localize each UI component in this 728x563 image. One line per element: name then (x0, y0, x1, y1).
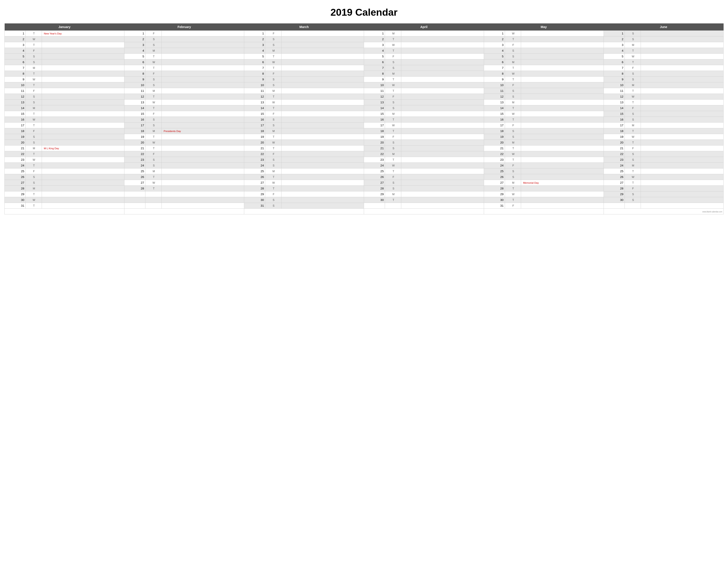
day-num-may-2: 2 (484, 36, 505, 42)
day-num-january-6: 6 (5, 59, 26, 65)
day-num-march-24: 24 (244, 163, 265, 168)
day-letter-june-25: T (625, 168, 641, 174)
event-cell-march-31 (281, 203, 364, 209)
event-cell-march-5 (281, 54, 364, 59)
event-cell-january-17 (42, 122, 124, 128)
event-cell-june-19 (641, 134, 724, 140)
footer-website: www.blank-calendar.com (604, 209, 723, 214)
day-num-march-12: 12 (244, 94, 265, 100)
event-cell-june-25 (641, 168, 724, 174)
day-letter-january-5: S (26, 54, 42, 59)
empty-day-letter (145, 203, 162, 209)
event-cell-april-7 (401, 65, 484, 71)
event-cell-january-25 (42, 168, 124, 174)
event-cell-february-22 (161, 151, 244, 157)
table-row: 3T3S3S3W3F3M (5, 42, 724, 48)
day-letter-january-11: F (26, 88, 42, 94)
event-cell-june-4 (641, 48, 724, 54)
day-num-april-30: 30 (364, 197, 385, 203)
day-num-january-9: 9 (5, 77, 26, 82)
day-num-april-28: 28 (364, 186, 385, 191)
day-letter-february-9: S (145, 77, 162, 82)
event-cell-may-17 (521, 122, 604, 128)
event-cell-may-12 (521, 94, 604, 100)
day-num-february-28: 28 (124, 186, 145, 191)
day-letter-march-27: W (265, 180, 281, 186)
event-cell-june-26 (641, 174, 724, 180)
event-cell-january-27 (42, 180, 124, 186)
day-num-january-14: 14 (5, 105, 26, 111)
day-letter-june-14: F (625, 105, 641, 111)
day-letter-march-1: F (265, 31, 281, 36)
day-num-february-25: 25 (124, 168, 145, 174)
event-cell-january-22 (42, 151, 124, 157)
day-letter-april-15: M (385, 111, 401, 117)
day-num-june-12: 12 (604, 94, 625, 100)
day-num-may-21: 21 (484, 145, 505, 151)
day-letter-may-13: M (505, 100, 521, 105)
day-letter-may-29: W (505, 191, 521, 197)
event-cell-january-5 (42, 54, 124, 59)
day-letter-may-28: T (505, 186, 521, 191)
event-cell-january-3 (42, 42, 124, 48)
day-num-april-23: 23 (364, 157, 385, 163)
day-num-february-27: 27 (124, 180, 145, 186)
day-num-april-20: 20 (364, 140, 385, 145)
day-letter-may-4: S (505, 48, 521, 54)
day-letter-may-14: T (505, 105, 521, 111)
day-letter-march-10: S (265, 82, 281, 88)
event-cell-june-16 (641, 117, 724, 122)
event-cell-april-11 (401, 88, 484, 94)
table-row: 18F18MPresidents Day18M18T18S18T (5, 128, 724, 134)
day-num-april-14: 14 (364, 105, 385, 111)
day-letter-january-3: T (26, 42, 42, 48)
day-letter-march-16: S (265, 117, 281, 122)
event-cell-february-15 (161, 111, 244, 117)
day-letter-january-17: T (26, 122, 42, 128)
day-num-january-26: 26 (5, 174, 26, 180)
event-cell-january-8 (42, 71, 124, 77)
day-letter-february-6: W (145, 59, 162, 65)
event-cell-february-3 (161, 42, 244, 48)
event-cell-may-6 (521, 59, 604, 65)
day-num-april-26: 26 (364, 174, 385, 180)
event-cell-march-10 (281, 82, 364, 88)
day-letter-march-6: W (265, 59, 281, 65)
event-cell-march-7 (281, 65, 364, 71)
day-letter-january-29: T (26, 191, 42, 197)
day-num-march-30: 30 (244, 197, 265, 203)
event-cell-april-17 (401, 122, 484, 128)
event-cell-april-22 (401, 151, 484, 157)
empty-event (161, 191, 244, 197)
event-cell-january-6 (42, 59, 124, 65)
footer-empty (244, 209, 364, 214)
day-num-february-3: 3 (124, 42, 145, 48)
day-letter-may-30: T (505, 197, 521, 203)
month-header-march: March (244, 23, 364, 31)
day-letter-march-8: F (265, 71, 281, 77)
day-num-june-1: 1 (604, 31, 625, 36)
day-letter-march-31: S (265, 203, 281, 209)
day-num-february-18: 18 (124, 128, 145, 134)
day-num-april-1: 1 (364, 31, 385, 36)
footer-empty (484, 209, 604, 214)
day-letter-may-24: F (505, 163, 521, 168)
day-letter-february-12: T (145, 94, 162, 100)
event-cell-february-4 (161, 48, 244, 54)
event-cell-january-30 (42, 197, 124, 203)
day-letter-january-8: T (26, 71, 42, 77)
event-cell-january-12 (42, 94, 124, 100)
day-letter-april-10: W (385, 82, 401, 88)
day-letter-february-8: F (145, 71, 162, 77)
event-cell-january-29 (42, 191, 124, 197)
day-num-march-28: 28 (244, 186, 265, 191)
day-letter-january-16: W (26, 117, 42, 122)
event-cell-may-9 (521, 77, 604, 82)
day-letter-june-29: S (625, 191, 641, 197)
event-cell-april-27 (401, 180, 484, 186)
day-letter-june-10: M (625, 82, 641, 88)
event-cell-april-15 (401, 111, 484, 117)
day-num-april-25: 25 (364, 168, 385, 174)
day-num-april-15: 15 (364, 111, 385, 117)
day-num-january-21: 21 (5, 145, 26, 151)
